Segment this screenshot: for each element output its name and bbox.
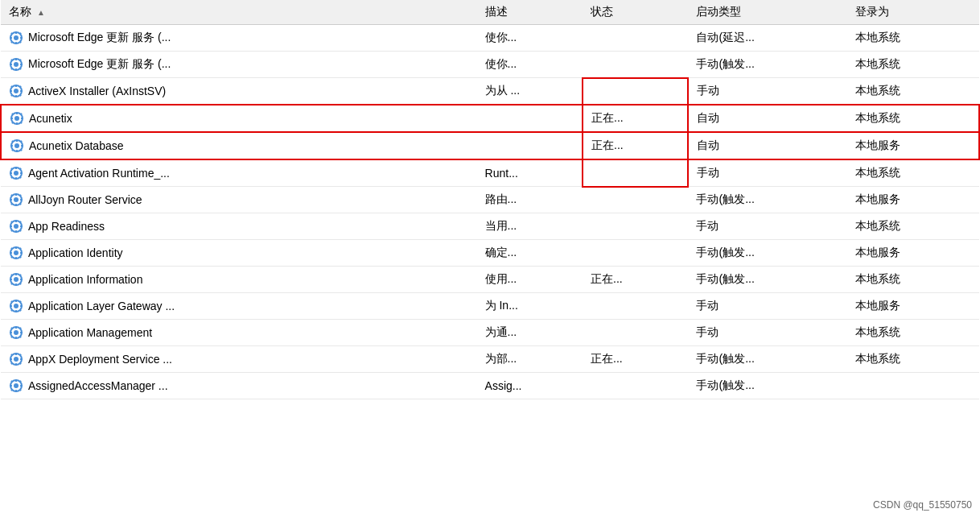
cell-name: Application Layer Gateway ... <box>1 293 477 320</box>
cell-startup: 手动(触发... <box>688 187 846 213</box>
svg-rect-124 <box>10 358 12 360</box>
cell-status: 正在... <box>583 267 688 293</box>
table-row[interactable]: AllJoyn Router Service路由...手动(触发...本地服务 <box>1 187 979 213</box>
cell-desc: 路由... <box>477 187 583 213</box>
service-name-text: ActiveX Installer (AxInstSV) <box>28 85 166 97</box>
service-icon <box>9 219 23 234</box>
cell-startup: 手动(触发... <box>688 267 846 293</box>
service-name-text: Application Identity <box>28 246 123 259</box>
cell-startup: 手动 <box>688 293 846 320</box>
table-row[interactable]: Application Information使用...正在...手动(触发..… <box>1 267 979 293</box>
svg-rect-104 <box>10 305 12 307</box>
col-header-desc[interactable]: 描述 <box>477 0 583 25</box>
cell-name: ActiveX Installer (AxInstSV) <box>1 78 477 105</box>
cell-startup: 手动 <box>688 78 846 105</box>
service-name-text: Agent Activation Runtime_... <box>28 167 170 180</box>
svg-rect-64 <box>10 199 12 201</box>
table-row[interactable]: ActiveX Installer (AxInstSV)为从 ...手动本地系统 <box>1 78 979 105</box>
svg-point-130 <box>14 383 19 388</box>
svg-rect-65 <box>20 199 23 201</box>
svg-rect-83 <box>15 257 17 259</box>
svg-rect-132 <box>15 379 17 382</box>
svg-rect-113 <box>15 337 17 339</box>
svg-rect-35 <box>21 118 23 119</box>
table-row[interactable]: Microsoft Edge 更新 服务 (...使你...自动(延迟...本地… <box>1 25 979 52</box>
cell-startup: 手动(触发... <box>688 373 846 399</box>
col-header-name[interactable]: 名称 ▲ <box>1 0 477 25</box>
svg-rect-4 <box>10 37 12 39</box>
table-body: Microsoft Edge 更新 服务 (...使你...自动(延迟...本地… <box>1 25 979 399</box>
service-icon <box>9 192 23 207</box>
cell-startup: 手动 <box>688 320 846 346</box>
table-row[interactable]: App Readiness当用...手动本地系统 <box>1 213 979 240</box>
svg-rect-125 <box>20 358 23 360</box>
table-row[interactable]: Application Layer Gateway ...为 In...手动本地… <box>1 293 979 320</box>
svg-rect-82 <box>15 246 17 249</box>
cell-desc: Runt... <box>477 159 583 187</box>
table-row[interactable]: Agent Activation Runtime_...Runt...手动本地系… <box>1 159 979 187</box>
svg-rect-93 <box>15 283 17 286</box>
service-icon <box>9 325 23 340</box>
svg-rect-25 <box>20 90 23 92</box>
service-name-text: Microsoft Edge 更新 服务 (... <box>28 31 171 45</box>
svg-rect-23 <box>15 95 17 97</box>
svg-rect-135 <box>20 385 23 387</box>
cell-status <box>583 25 688 52</box>
svg-rect-15 <box>20 64 23 65</box>
cell-login: 本地系统 <box>847 105 979 132</box>
sort-arrow-icon: ▲ <box>37 8 45 17</box>
svg-point-0 <box>14 35 19 40</box>
svg-point-10 <box>14 62 19 67</box>
table-row[interactable]: AssignedAccessManager ...Assig...手动(触发..… <box>1 373 979 399</box>
svg-rect-45 <box>21 145 23 147</box>
table-row[interactable]: Acunetix正在...自动本地系统 <box>1 105 979 132</box>
col-header-status[interactable]: 状态 <box>583 0 688 25</box>
table-row[interactable]: Acunetix Database正在...自动本地服务 <box>1 132 979 159</box>
service-icon <box>9 84 23 98</box>
cell-name: Application Management <box>1 320 477 346</box>
cell-status: 正在... <box>583 132 688 159</box>
svg-rect-72 <box>15 220 17 222</box>
service-name-text: Acunetix <box>29 112 72 125</box>
cell-login <box>847 373 979 399</box>
service-name-text: Microsoft Edge 更新 服务 (... <box>28 57 171 72</box>
svg-rect-122 <box>15 353 17 355</box>
cell-login: 本地系统 <box>847 52 979 78</box>
cell-name: Agent Activation Runtime_... <box>1 159 477 187</box>
cell-name: Microsoft Edge 更新 服务 (... <box>1 52 477 78</box>
col-header-login[interactable]: 登录为 <box>847 0 979 25</box>
svg-rect-3 <box>15 42 17 44</box>
svg-rect-52 <box>15 167 17 169</box>
cell-desc: 为 In... <box>477 293 583 320</box>
table-row[interactable]: AppX Deployment Service ...为部...正在...手动(… <box>1 346 979 373</box>
svg-rect-134 <box>10 385 12 387</box>
cell-name: Microsoft Edge 更新 服务 (... <box>1 25 477 52</box>
svg-rect-84 <box>10 252 12 254</box>
svg-rect-92 <box>15 273 17 275</box>
cell-status: 正在... <box>583 346 688 373</box>
cell-desc: 确定... <box>477 240 583 267</box>
cell-name: Application Identity <box>1 240 477 267</box>
cell-desc: 为部... <box>477 346 583 373</box>
cell-login: 本地系统 <box>847 267 979 293</box>
svg-rect-34 <box>10 118 13 119</box>
cell-name: AssignedAccessManager ... <box>1 373 477 399</box>
service-icon <box>9 246 23 260</box>
table-row[interactable]: Microsoft Edge 更新 服务 (...使你...手动(触发...本地… <box>1 52 979 78</box>
col-header-startup[interactable]: 启动类型 <box>688 0 846 25</box>
cell-name: Acunetix <box>1 105 477 132</box>
cell-login: 本地服务 <box>847 132 979 159</box>
service-name-text: Application Layer Gateway ... <box>28 300 175 312</box>
cell-login: 本地服务 <box>847 240 979 267</box>
cell-login: 本地系统 <box>847 25 979 52</box>
cell-status: 正在... <box>583 105 688 132</box>
table-row[interactable]: Application Identity确定...手动(触发...本地服务 <box>1 240 979 267</box>
cell-name: Acunetix Database <box>1 132 477 159</box>
table-row[interactable]: Application Management为通...手动本地系统 <box>1 320 979 346</box>
svg-rect-43 <box>16 150 18 152</box>
svg-rect-85 <box>20 252 23 254</box>
cell-login: 本地系统 <box>847 320 979 346</box>
service-name-text: AllJoyn Router Service <box>28 193 142 206</box>
service-icon <box>10 139 24 153</box>
cell-startup: 手动(触发... <box>688 240 846 267</box>
